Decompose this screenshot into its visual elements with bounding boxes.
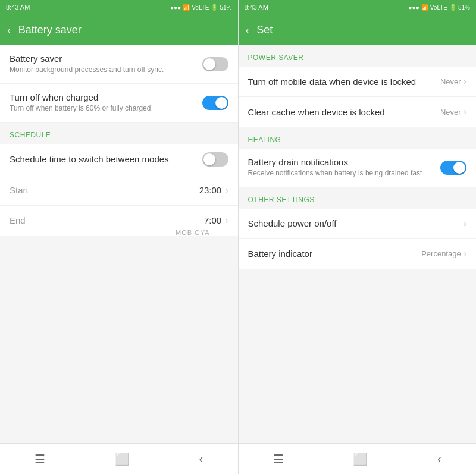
- schedule-toggle-text: Schedule time to switch between modes: [10, 154, 195, 164]
- back-button-left[interactable]: ‹: [7, 23, 11, 37]
- start-label: Start: [10, 185, 29, 195]
- turn-off-mobile-text: Turn off mobile data when device is lock…: [248, 77, 440, 87]
- schedule-power-text: Schedule power on/off: [248, 218, 464, 228]
- nav-bar-right: ☰ ⬜ ‹: [239, 443, 477, 474]
- wifi-icon: 📶: [183, 4, 190, 11]
- end-value: 7:00: [204, 215, 221, 225]
- schedule-section-label: SCHEDULE: [0, 123, 238, 144]
- clear-cache-title: Clear cache when device is locked: [248, 107, 440, 117]
- turn-off-charged-item[interactable]: Turn off when charged Turn off when batt…: [0, 84, 238, 123]
- clear-cache-value: Never: [440, 108, 461, 117]
- end-label: End: [10, 215, 26, 225]
- battery-percent: 51%: [220, 4, 231, 11]
- start-value: 23:00: [199, 185, 222, 195]
- other-settings-label: OTHER SETTINGS: [239, 187, 477, 209]
- nav-menu-icon-left[interactable]: ☰: [35, 452, 45, 466]
- status-bar-time-area: 8:43 AM: [6, 4, 30, 11]
- screen-set: 8:43 AM ●●● 📶 VoLTE 🔋 51% ‹ Set POWER SA…: [239, 0, 477, 474]
- status-bar-icons: ●●● 📶 VoLTE 🔋 51%: [170, 4, 231, 11]
- time-display-right: 8:43 AM: [245, 4, 268, 11]
- schedule-toggle-item[interactable]: Schedule time to switch between modes: [0, 144, 238, 175]
- turn-off-charged-toggle[interactable]: [202, 96, 228, 110]
- page-title-left: Battery saver: [18, 24, 82, 36]
- battery-icon-right: 🔋: [449, 4, 456, 11]
- page-title-right: Set: [256, 24, 273, 36]
- start-value-area: 23:00 ›: [199, 185, 228, 196]
- time-display: 8:43 AM: [6, 4, 30, 11]
- power-saver-label: POWER SAVER: [239, 45, 477, 67]
- turn-off-mobile-right: Never ›: [440, 76, 466, 87]
- battery-saver-text: Battery saver Monitor background process…: [10, 54, 195, 75]
- battery-indicator-value: Percentage: [421, 249, 461, 258]
- turn-off-mobile-row[interactable]: Turn off mobile data when device is lock…: [239, 67, 477, 97]
- turn-off-charged-subtitle: Turn off when battery is 60% or fully ch…: [10, 103, 195, 114]
- clear-cache-text: Clear cache when device is locked: [248, 107, 440, 117]
- signal-dots-right: ●●●: [409, 4, 419, 11]
- nav-menu-icon-right[interactable]: ☰: [273, 452, 284, 466]
- clear-cache-row[interactable]: Clear cache when device is locked Never …: [239, 97, 477, 127]
- schedule-power-row[interactable]: Schedule power on/off ›: [239, 209, 477, 239]
- nav-back-icon-right[interactable]: ‹: [437, 452, 441, 466]
- volte-label: VoLTE: [192, 4, 209, 11]
- battery-drain-item[interactable]: Battery drain notifications Receive noti…: [239, 149, 477, 187]
- end-value-area: 7:00 ›: [204, 215, 228, 226]
- clear-cache-chevron-icon: ›: [464, 106, 466, 117]
- battery-indicator-right: Percentage ›: [421, 249, 466, 259]
- battery-indicator-text: Battery indicator: [248, 249, 422, 259]
- turn-off-charged-title: Turn off when charged: [10, 92, 195, 102]
- back-button-right[interactable]: ‹: [246, 23, 250, 37]
- nav-home-icon-right[interactable]: ⬜: [353, 452, 368, 466]
- battery-drain-subtitle: Receive notifications when battery is be…: [248, 168, 434, 178]
- battery-saver-title: Battery saver: [10, 54, 195, 64]
- battery-saver-toggle[interactable]: [202, 57, 228, 71]
- watermark: MOBIGYA: [176, 229, 210, 236]
- turn-off-mobile-value: Never: [440, 77, 461, 86]
- battery-indicator-title: Battery indicator: [248, 249, 422, 259]
- nav-back-icon-left[interactable]: ‹: [199, 452, 203, 466]
- battery-drain-title: Battery drain notifications: [248, 157, 434, 167]
- content-right: POWER SAVER Turn off mobile data when de…: [239, 45, 477, 443]
- battery-indicator-chevron-icon: ›: [464, 249, 466, 259]
- battery-indicator-row[interactable]: Battery indicator Percentage ›: [239, 239, 477, 269]
- battery-drain-text: Battery drain notifications Receive noti…: [248, 157, 434, 178]
- turn-off-mobile-chevron-icon: ›: [464, 76, 466, 87]
- battery-percent-right: 51%: [458, 4, 470, 11]
- signal-dots: ●●●: [170, 4, 181, 11]
- battery-drain-toggle[interactable]: [440, 161, 466, 175]
- status-bar-icons-right: ●●● 📶 VoLTE 🔋 51%: [409, 4, 470, 11]
- content-left: Battery saver Monitor background process…: [0, 45, 238, 443]
- start-chevron-icon: ›: [225, 185, 228, 196]
- start-row[interactable]: Start 23:00 ›: [0, 175, 238, 206]
- status-bar-left: 8:43 AM ●●● 📶 VoLTE 🔋 51%: [0, 0, 238, 14]
- battery-icon: 🔋: [211, 4, 218, 11]
- turn-off-mobile-title: Turn off mobile data when device is lock…: [248, 77, 440, 87]
- schedule-power-right: ›: [464, 218, 466, 229]
- nav-home-icon-left[interactable]: ⬜: [115, 452, 130, 466]
- screen-battery-saver: 8:43 AM ●●● 📶 VoLTE 🔋 51% ‹ Battery save…: [0, 0, 238, 474]
- schedule-toggle[interactable]: [202, 152, 228, 167]
- battery-saver-item[interactable]: Battery saver Monitor background process…: [0, 45, 238, 84]
- schedule-power-title: Schedule power on/off: [248, 218, 464, 228]
- schedule-toggle-title: Schedule time to switch between modes: [10, 154, 195, 164]
- end-chevron-icon: ›: [225, 215, 228, 226]
- status-bar-right: 8:43 AM ●●● 📶 VoLTE 🔋 51%: [239, 0, 477, 14]
- turn-off-charged-text: Turn off when charged Turn off when batt…: [10, 92, 195, 114]
- clear-cache-right: Never ›: [440, 106, 466, 117]
- top-bar-right: ‹ Set: [239, 14, 477, 45]
- battery-saver-subtitle: Monitor background processes and turn of…: [10, 65, 195, 75]
- nav-bar-left: ☰ ⬜ ‹: [0, 443, 238, 474]
- status-bar-time-area-right: 8:43 AM: [245, 4, 268, 11]
- heating-label: HEATING: [239, 127, 477, 149]
- volte-label-right: VoLTE: [430, 4, 447, 11]
- top-bar-left: ‹ Battery saver: [0, 14, 238, 45]
- schedule-power-chevron-icon: ›: [464, 218, 466, 229]
- wifi-icon-right: 📶: [421, 4, 428, 11]
